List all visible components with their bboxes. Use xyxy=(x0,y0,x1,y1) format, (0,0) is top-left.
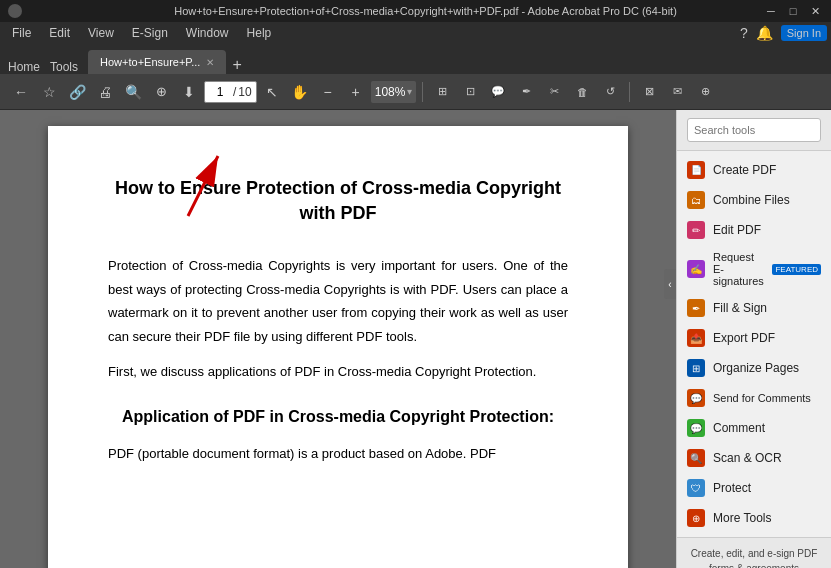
toolbar: ← ☆ 🔗 🖨 🔍 ⊕ ⬇ 1 / 10 ↖ ✋ − + 108% ▾ ⊞ ⊡ … xyxy=(0,74,831,110)
pdf-viewer[interactable]: How to Ensure Protection of Cross-media … xyxy=(0,110,676,568)
bookmark-button[interactable]: ☆ xyxy=(36,79,62,105)
create-link-button[interactable]: 🔗 xyxy=(64,79,90,105)
pdf-title: How to Ensure Protection of Cross-media … xyxy=(108,176,568,226)
tool-request-esignatures[interactable]: ✍ Request E-signatures FEATURED xyxy=(677,245,831,293)
tool-export-pdf[interactable]: 📤 Export PDF xyxy=(677,323,831,353)
maximize-button[interactable]: □ xyxy=(785,5,801,18)
tab-label: How+to+Ensure+P... xyxy=(100,56,200,68)
zoom-plus-button[interactable]: + xyxy=(343,79,369,105)
more-button[interactable]: ⊕ xyxy=(692,79,718,105)
main-content: How to Ensure Protection of Cross-media … xyxy=(0,110,831,568)
right-panel: 📄 Create PDF 🗂 Combine Files ✏ Edit PDF … xyxy=(676,110,831,568)
title-bar: How+to+Ensure+Protection+of+Cross-media+… xyxy=(0,0,831,22)
menu-help[interactable]: Help xyxy=(239,24,280,42)
tool-organize-pages-label: Organize Pages xyxy=(713,361,799,375)
tool-export-pdf-label: Export PDF xyxy=(713,331,775,345)
search-tools-input[interactable] xyxy=(687,118,821,142)
comment-button[interactable]: 💬 xyxy=(485,79,511,105)
email-button[interactable]: ✉ xyxy=(664,79,690,105)
bottom-promo: Create, edit, and e-sign PDF forms & agr… xyxy=(677,537,831,568)
window-title: How+to+Ensure+Protection+of+Cross-media+… xyxy=(88,5,763,17)
back-button[interactable]: ← xyxy=(8,79,34,105)
page-separator: / xyxy=(233,85,236,99)
fill-sign-icon: ✒ xyxy=(687,299,705,317)
request-esignatures-icon: ✍ xyxy=(687,260,705,278)
page-total: 10 xyxy=(238,85,251,99)
hand-tool[interactable]: ✋ xyxy=(287,79,313,105)
download-button[interactable]: ⬇ xyxy=(176,79,202,105)
tool-combine-files-label: Combine Files xyxy=(713,193,790,207)
tool-scan-ocr[interactable]: 🔍 Scan & OCR xyxy=(677,443,831,473)
page-number-input[interactable]: 1 xyxy=(209,85,231,99)
panel-expand-arrow[interactable]: ‹ xyxy=(664,269,676,299)
zoom-control[interactable]: 108% ▾ xyxy=(371,81,417,103)
print-button[interactable]: 🖨 xyxy=(92,79,118,105)
pdf-paragraph-3: PDF (portable document format) is a prod… xyxy=(108,442,568,465)
create-pdf-icon: 📄 xyxy=(687,161,705,179)
menu-edit[interactable]: Edit xyxy=(41,24,78,42)
zoom-out-button[interactable]: 🔍 xyxy=(120,79,146,105)
tool-send-comments[interactable]: 💬 Send for Comments xyxy=(677,383,831,413)
combine-files-icon: 🗂 xyxy=(687,191,705,209)
menu-file[interactable]: File xyxy=(4,24,39,42)
signature-button[interactable]: ✒ xyxy=(513,79,539,105)
menu-bar: File Edit View E-Sign Window Help ? 🔔 Si… xyxy=(0,22,831,44)
send-comments-icon: 💬 xyxy=(687,389,705,407)
menu-window[interactable]: Window xyxy=(178,24,237,42)
tab-close-button[interactable]: ✕ xyxy=(206,57,214,68)
tool-organize-pages[interactable]: ⊞ Organize Pages xyxy=(677,353,831,383)
sign-in-button[interactable]: Sign In xyxy=(781,25,827,41)
fit-page-button[interactable]: ⊞ xyxy=(429,79,455,105)
delete-button[interactable]: 🗑 xyxy=(569,79,595,105)
more-tools-icon: ⊕ xyxy=(687,509,705,527)
tool-fill-sign[interactable]: ✒ Fill & Sign xyxy=(677,293,831,323)
tool-protect-label: Protect xyxy=(713,481,751,495)
tool-more-tools[interactable]: ⊕ More Tools xyxy=(677,503,831,533)
zoom-level: 108% xyxy=(375,85,406,99)
tool-comment-label: Comment xyxy=(713,421,765,435)
new-tab-button[interactable]: + xyxy=(232,56,241,74)
tools-list: 📄 Create PDF 🗂 Combine Files ✏ Edit PDF … xyxy=(677,151,831,537)
comment-icon: 💬 xyxy=(687,419,705,437)
pdf-page: How to Ensure Protection of Cross-media … xyxy=(48,126,628,568)
tab-bar: Home Tools How+to+Ensure+P... ✕ + xyxy=(0,44,831,74)
featured-badge: FEATURED xyxy=(772,264,821,275)
minimize-button[interactable]: ─ xyxy=(763,5,779,18)
help-circle-button[interactable]: ⊕ xyxy=(148,79,174,105)
home-item[interactable]: Home xyxy=(8,60,40,74)
tools-item[interactable]: Tools xyxy=(50,60,78,74)
promo-text: Create, edit, and e-sign PDF forms & agr… xyxy=(691,548,818,568)
share-button[interactable]: ⊠ xyxy=(636,79,662,105)
tool-fill-sign-label: Fill & Sign xyxy=(713,301,767,315)
export-pdf-icon: 📤 xyxy=(687,329,705,347)
tool-edit-pdf[interactable]: ✏ Edit PDF xyxy=(677,215,831,245)
close-button[interactable]: ✕ xyxy=(807,5,823,18)
tool-edit-pdf-label: Edit PDF xyxy=(713,223,761,237)
tool-create-pdf[interactable]: 📄 Create PDF xyxy=(677,155,831,185)
crop-button[interactable]: ✂ xyxy=(541,79,567,105)
right-panel-header xyxy=(677,110,831,151)
menu-view[interactable]: View xyxy=(80,24,122,42)
window-controls: ─ □ ✕ xyxy=(763,5,823,18)
notification-icon[interactable]: 🔔 xyxy=(756,25,773,41)
tool-comment[interactable]: 💬 Comment xyxy=(677,413,831,443)
menu-esign[interactable]: E-Sign xyxy=(124,24,176,42)
tool-more-tools-label: More Tools xyxy=(713,511,771,525)
tool-request-esignatures-label: Request E-signatures xyxy=(713,251,764,287)
cursor-tool[interactable]: ↖ xyxy=(259,79,285,105)
tool-combine-files[interactable]: 🗂 Combine Files xyxy=(677,185,831,215)
pdf-body: Protection of Cross-media Copyrights is … xyxy=(108,254,568,465)
tool-protect[interactable]: 🛡 Protect xyxy=(677,473,831,503)
pdf-subtitle: Application of PDF in Cross-media Copyri… xyxy=(108,403,568,432)
tab-pdf[interactable]: How+to+Ensure+P... ✕ xyxy=(88,50,226,74)
pdf-paragraph-1: Protection of Cross-media Copyrights is … xyxy=(108,254,568,348)
help-icon[interactable]: ? xyxy=(740,25,748,41)
zoom-minus-button[interactable]: − xyxy=(315,79,341,105)
tool-create-pdf-label: Create PDF xyxy=(713,163,776,177)
scan-ocr-icon: 🔍 xyxy=(687,449,705,467)
refresh-button[interactable]: ↺ xyxy=(597,79,623,105)
page-navigation: 1 / 10 xyxy=(204,81,257,103)
top-right-controls: ? 🔔 Sign In xyxy=(740,25,827,41)
tools-toggle-button[interactable]: ⊡ xyxy=(457,79,483,105)
protect-icon: 🛡 xyxy=(687,479,705,497)
